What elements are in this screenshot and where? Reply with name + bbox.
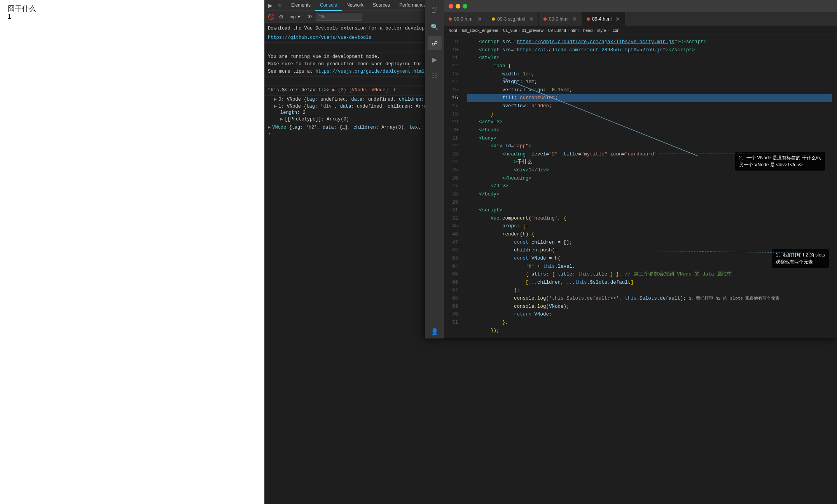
code-line-68: console.log(VNode); [467,303,832,311]
code-line-28: </body> [467,190,832,199]
tab-dot-00-0 [543,17,547,21]
tab-00-0[interactable]: 00-0.html ✕ [539,12,582,26]
code-line-62: const VNode = h( [467,255,832,263]
tab-close-00-0[interactable]: ✕ [572,16,577,22]
deployment-link[interactable]: https://vuejs.org/guide/deployment.html [315,69,425,74]
tab-close-09-3[interactable]: ✕ [477,16,482,22]
tab-console[interactable]: Console [315,0,342,11]
code-line-47: children.push(— [467,246,832,255]
page-number: 1 [8,13,257,20]
code-line-15: vertical-align: -0.15em; [467,86,832,94]
code-line-21: <body> [467,134,832,143]
code-line-13: width: 1em; [467,70,832,78]
code-line-67: console.log('this.$slots.default:>>', th… [467,295,832,303]
top-label: top [290,14,295,19]
code-line-45: render(h) { [467,230,832,239]
debug-icon[interactable]: ▶ [428,52,442,66]
inspect-icon[interactable]: ▶ [266,2,274,9]
browser-page: 囧干什么 1 [0,0,264,504]
tab-dot-svg [492,17,495,21]
tab-09-4[interactable]: 09-4.html ✕ [582,12,625,26]
breadcrumb-html[interactable]: html [570,28,578,33]
code-line-46: const children = []; [467,239,832,247]
filter-input[interactable] [316,13,362,21]
devtools-icon-group: ▶ ◾ [266,2,283,9]
tab-network[interactable]: Network [342,0,368,11]
devtools-link[interactable]: https://github.com/vuejs/vue-devtools [268,35,371,40]
code-line-31: <script> [467,206,832,215]
code-line-63: 'h' + this.level, [467,263,832,271]
vscode-titlebar [444,0,837,12]
minimize-button[interactable] [456,4,460,9]
code-line-16: fill: currentColor; [467,94,832,102]
code-line-12: .icon { [467,62,832,70]
breadcrumb-icon[interactable]: .icon [610,28,619,33]
tab-close-svg[interactable]: ✕ [529,16,534,22]
vscode-tabs: 09-3.html ✕ 09-3 svg.html ✕ 00-0.html ✕ [444,12,837,26]
code-line-32: Vue.component('heading', { [467,215,832,223]
extensions-icon[interactable]: ☷ [428,69,442,83]
code-line-14: height: 1em; [467,78,832,86]
breadcrumb-style[interactable]: style [597,28,606,33]
accounts-icon[interactable]: 👤 [428,324,442,338]
breadcrumb-front[interactable]: front [449,28,457,33]
traffic-lights [449,4,467,9]
breadcrumb-head[interactable]: head [583,28,592,33]
code-line-20: </head> [467,126,832,134]
editor-area[interactable]: 9 10 11 12 13 14 15 16 17 18 19 20 21 22 [444,35,837,338]
tab-09-3-html[interactable]: 09-3.html ✕ [444,12,487,26]
code-line-24: >干什么 [467,158,832,166]
eye-icon[interactable]: 👁 [306,13,313,21]
clear-console-icon[interactable]: 🚫 [267,13,275,21]
code-line-22: <div id="app"> [467,142,832,150]
maximize-button[interactable] [463,4,467,9]
code-line-29 [467,199,832,207]
vscode-editor: 🗍 🔍 ☍ ▶ ☷ 👤 [425,0,837,338]
breadcrumb-preview[interactable]: 01_preview [522,28,543,33]
tab-sources[interactable]: Sources [368,0,395,11]
code-line-26: </heading> [467,174,832,183]
vscode-sidebar: 🗍 🔍 ☍ ▶ ☷ 👤 [425,0,444,338]
code-line-65: [...children, ...this.$slots.default] [467,279,832,287]
line-numbers: 9 10 11 12 13 14 15 16 17 18 19 20 21 22 [444,35,463,338]
devtools-panel: ▶ ◾ Elements Console Network Sources Per… [264,0,837,504]
breadcrumb-engineer[interactable]: full_stack_engineer [462,28,499,33]
device-icon[interactable]: ◾ [276,2,283,9]
breadcrumb-bar: front › full_stack_engineer › 01_vue › 0… [444,26,837,35]
code-line-18: } [467,110,832,119]
code-line-70: }, [467,319,832,327]
tab-dot-09-4 [587,17,590,21]
code-line-27: </div> [467,182,832,190]
code-line-11: <style> [467,54,832,62]
code-line-19: </style> [467,118,832,126]
tab-elements[interactable]: Elements [287,0,315,11]
code-line-10: <script src="https://at.alicdn.com/t/fon… [467,46,832,54]
code-line-23: <heading :level="2" :title="mytitle" ico… [467,150,832,159]
tab-09-3-svg[interactable]: 09-3 svg.html ✕ [487,12,539,26]
code-line-33: props: {— [467,222,832,230]
code-line-9: <script src="https://cdnjs.cloudflare.co… [467,38,832,46]
explorer-icon[interactable]: 🗍 [428,3,442,17]
code-line-69: return VNode; [467,310,832,319]
code-line-64: { attrs: { title: this.title } }, // 第二个… [467,270,832,279]
breadcrumb-vue[interactable]: 01_vue [503,28,517,33]
close-button[interactable] [449,4,453,9]
dropdown-arrow-icon: ▼ [297,14,301,19]
tab-close-09-4[interactable]: ✕ [615,16,620,22]
tab-dot-09-3 [449,17,452,21]
editor-code-area[interactable]: <script src="https://cdnjs.cloudflare.co… [463,35,837,338]
page-title-text: 囧干什么 [8,4,257,13]
settings-icon[interactable]: ⚙ [277,13,285,21]
breadcrumb-file[interactable]: 09-3.html [548,28,566,33]
code-line-66: ); [467,286,832,295]
code-line-25: <div>1</div> [467,166,832,174]
code-line-17: overflow: hidden; [467,102,832,110]
code-line-71: }); [467,327,832,335]
top-dropdown[interactable]: top ▼ [287,14,303,20]
search-icon[interactable]: 🔍 [428,20,442,34]
git-icon[interactable]: ☍ [428,36,442,50]
